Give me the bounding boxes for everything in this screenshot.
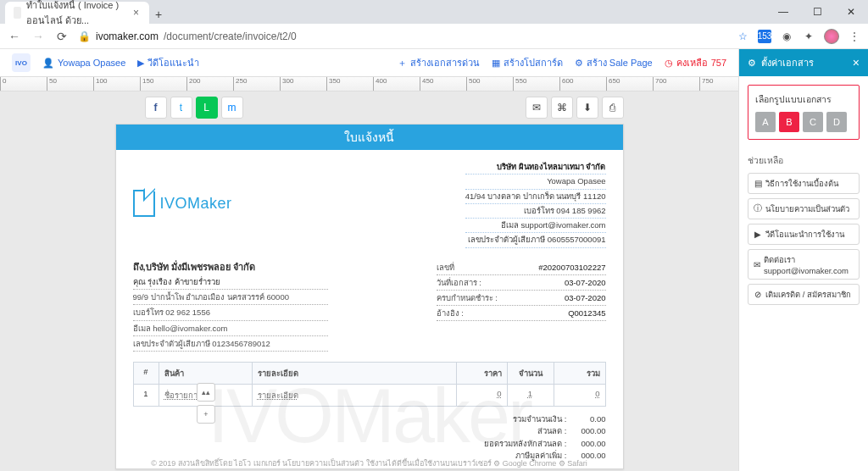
- help-label-text: นโยบายความเป็นส่วนตัว: [765, 202, 849, 215]
- subtotal-value: 0.00: [572, 413, 606, 425]
- ruler-tick: 100: [93, 77, 107, 91]
- document-preview: IVOMaker ใบแจ้งหนี้ IVOMaker บริษัท ผินท…: [115, 124, 624, 469]
- td-qty[interactable]: 1: [528, 389, 532, 398]
- new-tab-button[interactable]: +: [149, 5, 168, 24]
- template-option-a[interactable]: A: [755, 112, 776, 132]
- recipient-heading: ถึง,บริษัท มั่งมีเพชรพลอย จำกัด: [133, 260, 437, 275]
- tool-print-button[interactable]: ⎙: [602, 97, 624, 119]
- th-idx: #: [134, 363, 159, 384]
- company-block[interactable]: บริษัท ผินทองไหลมาเทมา จำกัด Yowapa Opas…: [465, 160, 606, 248]
- user-link[interactable]: 👤Yowapa Opasee: [42, 58, 125, 69]
- ref-label: อ้างอิง :: [437, 307, 464, 319]
- help-item[interactable]: ▶วีดีโอแนะนำการใช้งาน: [748, 224, 860, 245]
- url-host: ivomaker.com: [96, 30, 159, 42]
- ruler: 0501001502002503003504004505005506006507…: [0, 76, 738, 91]
- company-email: อีเมล support@ivomaker.com: [465, 219, 606, 233]
- ext-camera-icon[interactable]: ◉: [780, 30, 793, 43]
- template-option-c[interactable]: C: [803, 112, 823, 132]
- template-group: เลือกรูปแบบเอกสาร ABCD: [748, 85, 860, 140]
- ext-puzzle-icon[interactable]: ✦: [802, 30, 815, 43]
- window-minimize-button[interactable]: —: [766, 0, 800, 24]
- td-desc[interactable]: รายละเอียด: [258, 391, 298, 400]
- recipient-taxid: เลขประจำตัวผู้เสียภาษี 0123456789012: [133, 336, 328, 352]
- video-link[interactable]: ▶วีดีโอแนะนำ: [137, 55, 199, 70]
- tool-mail-button[interactable]: ✉: [526, 97, 548, 119]
- doc-title: ใบแจ้งหนี้: [116, 125, 623, 150]
- url-path: /document/create/invoice/t2/0: [164, 30, 297, 42]
- image-icon: ▦: [492, 58, 500, 69]
- gear-icon: ⚙: [575, 58, 583, 69]
- doc-meta-block[interactable]: เลขที่#20200703102227 วันที่เอกสาร :03-0…: [437, 260, 606, 352]
- td-total[interactable]: 0: [595, 389, 599, 398]
- discount-label: ส่วนลด :: [474, 425, 567, 437]
- afterdisc-value: 000.00: [572, 438, 606, 450]
- brand-text: IVOMaker: [160, 195, 232, 213]
- app-navbar: IVO 👤Yowapa Opasee ▶วีดีโอแนะนำ ＋สร้างเอ…: [0, 49, 738, 76]
- user-icon: 👤: [42, 58, 54, 69]
- window-maximize-button[interactable]: ☐: [800, 0, 834, 24]
- th-qty: จำนวน: [508, 363, 554, 384]
- subtotal-label: รวมจำนวนเงิน :: [474, 413, 567, 425]
- browser-menu-icon[interactable]: ⋮: [848, 30, 861, 43]
- td-price[interactable]: 0: [497, 389, 501, 398]
- browser-tab[interactable]: ทำใบแจ้งหนี้ ( Invoice ) ออนไลน์ ด้วย...…: [5, 2, 149, 24]
- help-icon: ▤: [754, 179, 762, 188]
- template-option-d[interactable]: D: [826, 112, 847, 132]
- doc-brand: IVOMaker: [133, 160, 232, 248]
- td-idx: 1: [134, 384, 159, 406]
- docdate-value: 03-07-2020: [565, 276, 606, 289]
- postcard-link[interactable]: ▦สร้างโปสการ์ด: [492, 55, 563, 70]
- nav-back-button[interactable]: ←: [7, 30, 22, 43]
- th-total: รวม: [554, 363, 605, 384]
- window-close-button[interactable]: ✕: [834, 0, 868, 24]
- ruler-tick: 350: [326, 77, 340, 91]
- template-option-b[interactable]: B: [779, 112, 799, 132]
- share-messenger-button[interactable]: m: [221, 97, 243, 119]
- help-item[interactable]: ⊘เติมเครดิต / สมัครสมาชิก: [748, 284, 860, 305]
- play-icon: ▶: [137, 58, 144, 69]
- td-name[interactable]: ชื่อรายการ: [164, 391, 202, 400]
- ruler-tick: 550: [513, 77, 526, 91]
- recipient-email: อีเมล hello@ivomaker.com: [133, 321, 328, 336]
- ruler-tick: 450: [420, 77, 433, 91]
- scroll-top-button[interactable]: ▴▴: [197, 383, 215, 402]
- company-name: บริษัท ผินทองไหลมาเทมา จำกัด: [465, 160, 606, 175]
- share-facebook-button[interactable]: f: [145, 97, 167, 119]
- tool-download-button[interactable]: ⬇: [576, 97, 598, 119]
- ruler-tick: 300: [280, 77, 293, 91]
- company-contact: Yowapa Opasee: [465, 175, 606, 189]
- clock-icon: ◷: [665, 58, 673, 69]
- credits-link[interactable]: ◷คงเหลือ 757: [665, 55, 726, 70]
- help-item[interactable]: ⓘนโยบายความเป็นส่วนตัว: [748, 198, 860, 219]
- settings-close-button[interactable]: ×: [853, 56, 860, 69]
- discount-value: 000.00: [572, 425, 606, 437]
- profile-avatar[interactable]: [824, 29, 839, 44]
- ext-shopping-icon[interactable]: 153: [758, 30, 771, 43]
- address-bar[interactable]: 🔒 ivomaker.com /document/create/invoice/…: [78, 30, 727, 42]
- ext-icon1[interactable]: ☆: [736, 30, 749, 43]
- salepage-link[interactable]: ⚙สร้าง Sale Page: [575, 55, 653, 70]
- tab-close-icon[interactable]: ×: [131, 7, 141, 19]
- brand-mark-icon: [133, 191, 155, 217]
- recipient-block[interactable]: ถึง,บริษัท มั่งมีเพชรพลอย จำกัด คุณ รุ่ง…: [133, 260, 437, 352]
- nav-reload-button[interactable]: ⟳: [54, 30, 70, 43]
- nav-forward-button[interactable]: →: [31, 30, 46, 43]
- app-logo[interactable]: IVO: [12, 53, 31, 72]
- ruler-tick: 200: [186, 77, 200, 91]
- ruler-tick: 150: [140, 77, 153, 91]
- afterdisc-label: ยอดรวมหลังหักส่วนลด :: [474, 438, 567, 450]
- share-line-button[interactable]: L: [196, 97, 218, 119]
- help-icon: ⓘ: [754, 203, 762, 214]
- tool-chat-button[interactable]: ⌘: [551, 97, 573, 119]
- ruler-tick: 0: [0, 77, 6, 91]
- recipient-contact: คุณ รุ่งเรือง ค้าขายร่ำรวย: [133, 274, 328, 290]
- ruler-tick: 750: [699, 77, 713, 91]
- th-desc: รายละเอียด: [253, 363, 457, 384]
- quickdoc-link[interactable]: ＋สร้างเอกสารด่วน: [398, 55, 480, 70]
- help-item[interactable]: ✉ติดต่อเรา support@ivomaker.com: [748, 249, 860, 280]
- help-label-text: วิธีการใช้งานเบื้องต้น: [765, 177, 838, 190]
- share-twitter-button[interactable]: t: [170, 97, 192, 119]
- help-item[interactable]: ▤วิธีการใช้งานเบื้องต้น: [748, 173, 860, 194]
- add-row-button[interactable]: +: [197, 405, 215, 424]
- recipient-phone: เบอร์โทร 02 962 1556: [133, 305, 328, 320]
